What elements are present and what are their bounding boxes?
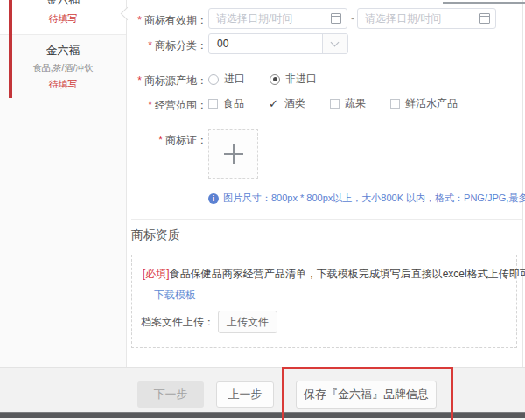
radio-label-non-import[interactable]: 非进口 <box>285 72 317 87</box>
required-asterisk: * <box>148 39 152 52</box>
chevron-down-icon <box>331 38 340 47</box>
scope-options: 食品 酒类 蔬果 鲜活水产品 <box>208 96 458 111</box>
qualification-section-title: 商标资质 <box>131 228 180 243</box>
checkbox-food[interactable] <box>208 99 218 108</box>
sidebar-brand-status: 待填写 <box>0 12 126 25</box>
checkbox-label-food[interactable]: 食品 <box>223 96 244 111</box>
image-size-hint: 图片尺寸：800px * 800px以上，大小800K 以内，格式：PNG/JP… <box>208 192 525 205</box>
download-template-link[interactable]: 下载模板 <box>154 288 196 303</box>
sidebar-item-brand-active[interactable]: 金六福 待填写 <box>0 0 126 35</box>
file-upload-row: 档案文件上传： 上传文件 <box>141 311 277 333</box>
required-asterisk: * <box>148 99 152 111</box>
sidebar-item-brand[interactable]: 金六福 食品,茶/酒/冲饮 待填写 <box>0 35 126 88</box>
check-icon[interactable] <box>269 98 280 109</box>
brand-info-page: 金六福 待填写 金六福 食品,茶/酒/冲饮 待填写 *商标有效期： - *商标分… <box>0 0 525 420</box>
required-tag: [必填] <box>143 268 170 280</box>
sidebar-brand-title: 金六福 <box>0 0 126 8</box>
next-step-button[interactable]: 下一步 <box>137 382 204 408</box>
trademark-category-select[interactable]: 00 <box>208 33 348 54</box>
checkbox-produce[interactable] <box>330 99 340 108</box>
sidebar-brand-category: 食品,茶/酒/冲饮 <box>0 62 126 74</box>
checkbox-label-produce[interactable]: 蔬果 <box>345 96 366 111</box>
prev-step-button[interactable]: 上一步 <box>216 382 274 408</box>
required-instruction: [必填]食品保健品商家经营产品清单，下载模板完成填写后直接以excel格式上传即… <box>143 267 525 282</box>
sidebar-brand-status: 待填写 <box>0 78 126 91</box>
calendar-icon[interactable] <box>480 13 490 24</box>
scope-label: *经营范围： <box>131 98 207 113</box>
brand-sidebar: 金六福 待填写 金六福 食品,茶/酒/冲饮 待填写 <box>0 0 127 368</box>
hint-text: 图片尺寸：800px * 800px以上，大小800K 以内，格式：PNG/JP… <box>223 192 525 205</box>
calendar-icon[interactable] <box>331 13 341 24</box>
radio-button-non-import-selected[interactable] <box>270 74 280 85</box>
plus-icon <box>224 144 243 164</box>
validity-start-date-input[interactable] <box>208 8 347 29</box>
file-upload-label: 档案文件上传： <box>141 315 214 330</box>
section-divider <box>131 219 522 220</box>
cert-label: *商标证： <box>131 133 207 148</box>
qualification-box: [必填]食品保健品商家经营产品清单，下载模板完成填写后直接以excel格式上传即… <box>131 255 517 348</box>
required-asterisk: * <box>137 14 142 26</box>
selected-category-value: 00 <box>217 34 228 53</box>
radio-label-import[interactable]: 进口 <box>224 72 245 87</box>
panel-right-border <box>522 0 523 368</box>
cert-image-upload-box[interactable] <box>208 129 258 178</box>
validity-label: *商标有效期： <box>131 13 207 28</box>
annotation-highlight-box <box>282 368 453 420</box>
select-arrow-box[interactable] <box>322 34 347 53</box>
validity-end-date-input[interactable] <box>357 8 496 29</box>
active-indicator-bar <box>9 0 12 98</box>
category-label: *商标分类： <box>131 38 207 53</box>
checkbox-label-seafood[interactable]: 鲜活水产品 <box>405 96 458 111</box>
checkbox-label-alcohol[interactable]: 酒类 <box>284 96 305 111</box>
upload-file-button[interactable]: 上传文件 <box>218 311 277 333</box>
checkbox-seafood[interactable] <box>390 99 400 108</box>
sidebar-brand-name: 金六福 <box>0 43 126 59</box>
radio-button-import[interactable] <box>208 74 219 85</box>
required-asterisk: * <box>137 74 142 87</box>
required-asterisk: * <box>158 134 163 146</box>
date-range-separator: - <box>348 8 357 29</box>
origin-options: 进口 非进口 <box>208 72 317 87</box>
top-edge-line <box>443 2 525 4</box>
info-icon <box>208 193 219 204</box>
origin-label: *商标源产地： <box>131 74 207 88</box>
